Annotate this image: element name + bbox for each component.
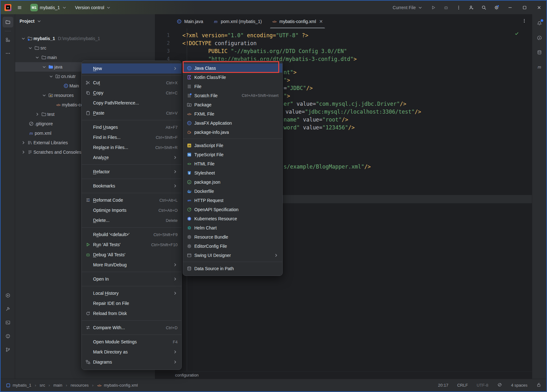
svg-text:C: C (188, 67, 190, 70)
menu-item-run-all-tests[interactable]: Run 'All Tests'Ctrl+Shift+F10 (82, 240, 181, 250)
menu-item-debug-all-tests[interactable]: Debug 'All Tests' (82, 250, 181, 260)
ai-assistant-button[interactable] (534, 33, 545, 43)
file-encoding[interactable]: UTF-8 (477, 383, 488, 388)
menu-item-package-info-java[interactable]: package-info.java (183, 128, 282, 137)
version-control-tool-button[interactable] (3, 344, 13, 355)
build-tool-button[interactable] (3, 304, 13, 314)
file-writable-icon[interactable] (536, 382, 541, 388)
menu-item-find-usages[interactable]: Find UsagesAlt+F7 (82, 122, 181, 132)
menu-item-analyze[interactable]: Analyze (82, 152, 181, 163)
problems-tool-button[interactable] (3, 331, 13, 342)
menu-item-diagrams[interactable]: Diagrams (82, 357, 181, 367)
menu-item-helm-chart[interactable]: Helm Chart (183, 223, 282, 232)
submenu-arrow-icon (167, 183, 178, 188)
menu-item-bookmarks[interactable]: Bookmarks (82, 181, 181, 191)
menu-item-file[interactable]: File (183, 82, 282, 91)
menu-item-data-source-in-path[interactable]: Data Source in Path (183, 264, 282, 273)
menu-item-stylesheet[interactable]: 3Stylesheet (183, 168, 282, 177)
caret-position[interactable]: 20:17 (438, 383, 449, 388)
menu-item-replace-in-files[interactable]: Replace in Files...Ctrl+Shift+R (82, 142, 181, 152)
chevron-down-icon[interactable] (37, 19, 42, 24)
menu-item-open-in[interactable]: Open In (82, 274, 181, 284)
breadcrumb-src[interactable]: src (40, 383, 45, 388)
menu-item-label: File (194, 84, 202, 89)
breadcrumb-main[interactable]: main (53, 383, 62, 388)
project-widget[interactable]: M1 mybatis_1 (28, 2, 69, 13)
menu-item-local-history[interactable]: Local History (82, 288, 181, 298)
menu-item-find-in-files[interactable]: Find in Files...Ctrl+Shift+F (82, 132, 181, 142)
menu-item-more-run-debug[interactable]: More Run/Debug (82, 260, 181, 270)
search-everywhere-button[interactable] (478, 1, 490, 14)
tab-options-button[interactable] (517, 18, 532, 24)
tree-item-mybatis-1[interactable]: mybatis_1D:\mybatis\mybatis_1 (15, 34, 155, 43)
menu-item-kubernetes-resource[interactable]: Kubernetes Resource (183, 214, 282, 223)
menu-item-resource-bundle[interactable]: Resource Bundle (183, 232, 282, 241)
database-tool-button[interactable] (534, 47, 545, 58)
notifications-button[interactable] (534, 18, 545, 29)
menu-item-compare-with[interactable]: Compare With...Ctrl+D (82, 323, 181, 333)
menu-item-new[interactable]: New (82, 63, 181, 74)
tab-pom-xml-mybatis-1[interactable]: mpom.xml (mybatis_1) (208, 14, 267, 28)
terminal-tool-button[interactable] (3, 317, 13, 328)
tree-item-src[interactable]: src (15, 43, 155, 53)
menu-item-paste[interactable]: PasteCtrl+V (82, 108, 181, 118)
breadcrumb-mybatis-config-xml[interactable]: </>mybatis-config.xml (97, 383, 138, 388)
structure-tool-button[interactable] (3, 34, 13, 45)
line-separator[interactable]: CRLF (457, 383, 468, 388)
menu-item-editorconfig-file[interactable]: EditorConfig File (183, 241, 282, 251)
project-tool-button[interactable] (3, 17, 13, 27)
menu-item-javafx-application[interactable]: CJavaFX Application (183, 118, 282, 128)
tree-item-label: main (47, 55, 57, 60)
menu-item-swing-ui-designer[interactable]: Swing UI Designer (183, 251, 282, 260)
menu-item-html-file[interactable]: <>HTML File (183, 159, 282, 168)
menu-item-kotlin-class-file[interactable]: Kotlin Class/File (183, 73, 282, 82)
menu-item-package-json[interactable]: jspackage.json (183, 177, 282, 187)
inspections-ok-icon[interactable] (514, 31, 519, 36)
close-icon[interactable]: ✕ (319, 19, 323, 24)
menu-item-refactor[interactable]: Refactor (82, 167, 181, 177)
menu-item-openapi-specification[interactable]: OpenAPI Specification (183, 205, 282, 214)
menu-item-reload-from-disk[interactable]: Reload from Disk (82, 308, 181, 318)
run-configuration-selector[interactable]: Current File (390, 3, 425, 12)
menu-item-repair-ide-on-file[interactable]: Repair IDE on File (82, 298, 181, 308)
minimize-button[interactable] (503, 1, 517, 14)
menu-item-label: HTTP Request (194, 198, 223, 203)
services-tool-button[interactable] (3, 290, 13, 301)
code-with-me-button[interactable] (465, 1, 478, 14)
close-button[interactable] (532, 1, 546, 14)
maximize-button[interactable] (517, 1, 532, 14)
menu-item-java-class[interactable]: CJava Class (183, 63, 282, 73)
menu-item-scratch-file[interactable]: Scratch FileCtrl+Alt+Shift+Insert (183, 91, 282, 100)
maven-tool-button[interactable]: m (534, 62, 545, 72)
menu-item-cut[interactable]: CutCtrl+X (82, 78, 181, 88)
menu-item-copy-path-reference[interactable]: Copy Path/Reference... (82, 98, 181, 108)
settings-button[interactable] (490, 1, 503, 14)
menu-item-mark-directory-as[interactable]: Mark Directory as (82, 347, 181, 357)
chev-down-icon (41, 93, 47, 98)
breadcrumb-resources[interactable]: resources (71, 383, 89, 388)
menu-item-open-module-settings[interactable]: Open Module SettingsF4 (82, 337, 181, 347)
highlighting-level-icon[interactable] (497, 382, 502, 388)
main-menu-button[interactable] (15, 3, 25, 12)
vcs-widget[interactable]: Version control (73, 3, 114, 12)
indent-style[interactable]: 4 spaces (511, 383, 527, 388)
tab-mybatis-config-xml[interactable]: </>mybatis-config.xml✕ (267, 14, 328, 28)
breadcrumb-mybatis-1[interactable]: mybatis_1 (6, 383, 31, 388)
menu-item-package[interactable]: Package (183, 100, 282, 109)
menu-item-copy[interactable]: CopyCtrl+C (82, 88, 181, 98)
tab-main-java[interactable]: CMain.java (172, 14, 208, 28)
menu-item-delete[interactable]: Delete...Delete (82, 215, 181, 225)
menu-item-javascript-file[interactable]: JSJavaScript File (183, 141, 282, 150)
menu-item-dockerfile[interactable]: Dockerfile (183, 187, 282, 196)
run-button-button[interactable] (427, 1, 440, 14)
menu-item-rebuild-default[interactable]: Rebuild '<default>'Ctrl+Shift+F9 (82, 229, 181, 240)
menu-item-fxml-file[interactable]: </>FXML File (183, 109, 282, 118)
menu-item-http-request[interactable]: APIHTTP Request (183, 196, 282, 205)
more-tool-windows-button[interactable] (3, 48, 13, 59)
menu-item-optimize-imports[interactable]: Optimize ImportsCtrl+Alt+O (82, 205, 181, 215)
breadcrumb-tag[interactable]: configuration (175, 373, 198, 377)
menu-item-reformat-code[interactable]: Reformat CodeCtrl+Alt+L (82, 195, 181, 205)
more-actions-button[interactable] (452, 1, 465, 14)
debug-button-button[interactable] (440, 1, 452, 14)
menu-item-typescript-file[interactable]: TSTypeScript File (183, 150, 282, 159)
